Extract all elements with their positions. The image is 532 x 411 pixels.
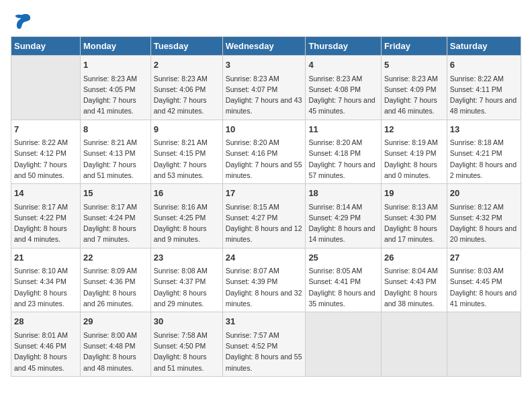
day-details: Sunrise: 8:16 AM Sunset: 4:25 PM Dayligh… [154,201,220,245]
day-number: 24 [226,251,303,265]
day-details: Sunrise: 8:05 AM Sunset: 4:41 PM Dayligh… [308,265,378,309]
day-number: 9 [154,123,220,136]
day-number: 21 [14,251,77,265]
header-cell-tuesday: Tuesday [150,37,222,56]
day-cell: 24Sunrise: 8:07 AM Sunset: 4:39 PM Dayli… [222,248,306,312]
day-details: Sunrise: 8:15 AM Sunset: 4:27 PM Dayligh… [226,201,303,245]
day-details: Sunrise: 8:23 AM Sunset: 4:06 PM Dayligh… [154,73,220,117]
day-number: 18 [308,187,378,200]
day-number: 13 [450,123,518,136]
day-details: Sunrise: 8:03 AM Sunset: 4:45 PM Dayligh… [450,265,518,309]
header-cell-sunday: Sunday [11,37,81,56]
day-number: 17 [226,187,303,200]
day-cell: 14Sunrise: 8:17 AM Sunset: 4:22 PM Dayli… [11,184,81,248]
day-cell: 25Sunrise: 8:05 AM Sunset: 4:41 PM Dayli… [306,248,382,312]
day-details: Sunrise: 8:17 AM Sunset: 4:22 PM Dayligh… [14,201,77,245]
day-details: Sunrise: 8:22 AM Sunset: 4:12 PM Dayligh… [14,137,77,181]
day-details: Sunrise: 8:09 AM Sunset: 4:36 PM Dayligh… [83,265,148,309]
day-details: Sunrise: 7:57 AM Sunset: 4:52 PM Dayligh… [226,330,303,373]
week-row-4: 21Sunrise: 8:10 AM Sunset: 4:34 PM Dayli… [11,248,521,312]
day-number: 20 [450,187,518,200]
day-cell: 15Sunrise: 8:17 AM Sunset: 4:24 PM Dayli… [80,184,150,248]
day-details: Sunrise: 8:22 AM Sunset: 4:11 PM Dayligh… [450,73,518,117]
day-number: 8 [83,123,148,136]
day-cell: 8Sunrise: 8:21 AM Sunset: 4:13 PM Daylig… [80,120,150,184]
day-details: Sunrise: 8:07 AM Sunset: 4:39 PM Dayligh… [226,265,303,309]
day-number: 14 [14,187,77,200]
header-cell-friday: Friday [381,37,447,56]
day-number: 12 [384,123,444,136]
day-details: Sunrise: 8:13 AM Sunset: 4:30 PM Dayligh… [384,201,444,245]
day-number: 19 [384,187,444,200]
header-row: SundayMondayTuesdayWednesdayThursdayFrid… [11,37,521,56]
day-cell: 27Sunrise: 8:03 AM Sunset: 4:45 PM Dayli… [447,248,521,312]
day-cell: 31Sunrise: 7:57 AM Sunset: 4:52 PM Dayli… [222,312,306,377]
week-row-1: 1Sunrise: 8:23 AM Sunset: 4:05 PM Daylig… [11,56,521,120]
day-details: Sunrise: 8:20 AM Sunset: 4:18 PM Dayligh… [308,137,378,181]
day-details: Sunrise: 8:21 AM Sunset: 4:13 PM Dayligh… [83,137,148,181]
day-details: Sunrise: 7:58 AM Sunset: 4:50 PM Dayligh… [154,330,220,373]
day-number: 25 [308,251,378,265]
header-cell-thursday: Thursday [306,37,382,56]
day-cell: 4Sunrise: 8:23 AM Sunset: 4:08 PM Daylig… [306,56,382,120]
day-number: 29 [83,315,148,328]
day-cell: 1Sunrise: 8:23 AM Sunset: 4:05 PM Daylig… [80,56,150,120]
day-number: 1 [83,58,148,72]
day-number: 26 [384,251,444,265]
day-details: Sunrise: 8:23 AM Sunset: 4:08 PM Dayligh… [308,73,378,117]
day-details: Sunrise: 8:23 AM Sunset: 4:07 PM Dayligh… [226,73,303,117]
day-details: Sunrise: 8:04 AM Sunset: 4:43 PM Dayligh… [384,265,444,309]
day-details: Sunrise: 8:17 AM Sunset: 4:24 PM Dayligh… [83,201,148,245]
week-row-5: 28Sunrise: 8:01 AM Sunset: 4:46 PM Dayli… [11,312,521,377]
day-cell: 10Sunrise: 8:20 AM Sunset: 4:16 PM Dayli… [222,120,306,184]
day-details: Sunrise: 8:14 AM Sunset: 4:29 PM Dayligh… [308,201,378,245]
day-number: 23 [154,251,220,265]
day-cell: 22Sunrise: 8:09 AM Sunset: 4:36 PM Dayli… [80,248,150,312]
day-cell: 30Sunrise: 7:58 AM Sunset: 4:50 PM Dayli… [150,312,222,377]
day-cell: 19Sunrise: 8:13 AM Sunset: 4:30 PM Dayli… [381,184,447,248]
header-cell-monday: Monday [80,37,150,56]
day-details: Sunrise: 8:23 AM Sunset: 4:09 PM Dayligh… [384,73,444,117]
day-number: 10 [226,123,303,136]
header-cell-saturday: Saturday [447,37,521,56]
day-cell: 13Sunrise: 8:18 AM Sunset: 4:21 PM Dayli… [447,120,521,184]
day-details: Sunrise: 8:01 AM Sunset: 4:46 PM Dayligh… [14,330,77,373]
day-number: 3 [226,58,303,72]
day-number: 22 [83,251,148,265]
day-number: 31 [226,315,303,328]
day-details: Sunrise: 8:10 AM Sunset: 4:34 PM Dayligh… [14,265,77,309]
logo-bird-icon [12,11,32,31]
day-number: 4 [308,58,378,72]
day-cell: 11Sunrise: 8:20 AM Sunset: 4:18 PM Dayli… [306,120,382,184]
day-details: Sunrise: 8:21 AM Sunset: 4:15 PM Dayligh… [154,137,220,181]
day-number: 16 [154,187,220,200]
day-cell [447,312,521,377]
day-cell [11,56,81,120]
day-number: 28 [14,315,77,328]
day-cell [306,312,382,377]
day-number: 2 [154,58,220,72]
day-cell: 17Sunrise: 8:15 AM Sunset: 4:27 PM Dayli… [222,184,306,248]
day-details: Sunrise: 8:18 AM Sunset: 4:21 PM Dayligh… [450,137,518,181]
day-cell: 23Sunrise: 8:08 AM Sunset: 4:37 PM Dayli… [150,248,222,312]
day-cell: 29Sunrise: 8:00 AM Sunset: 4:48 PM Dayli… [80,312,150,377]
day-cell: 9Sunrise: 8:21 AM Sunset: 4:15 PM Daylig… [150,120,222,184]
day-cell: 2Sunrise: 8:23 AM Sunset: 4:06 PM Daylig… [150,56,222,120]
day-cell: 16Sunrise: 8:16 AM Sunset: 4:25 PM Dayli… [150,184,222,248]
day-cell: 21Sunrise: 8:10 AM Sunset: 4:34 PM Dayli… [11,248,81,312]
header-cell-wednesday: Wednesday [222,37,306,56]
day-number: 7 [14,123,77,136]
week-row-2: 7Sunrise: 8:22 AM Sunset: 4:12 PM Daylig… [11,120,521,184]
day-cell [381,312,447,377]
day-number: 6 [450,58,518,72]
day-cell: 7Sunrise: 8:22 AM Sunset: 4:12 PM Daylig… [11,120,81,184]
day-details: Sunrise: 8:08 AM Sunset: 4:37 PM Dayligh… [154,265,220,309]
day-details: Sunrise: 8:19 AM Sunset: 4:19 PM Dayligh… [384,137,444,181]
page-header [11,11,521,31]
day-cell: 26Sunrise: 8:04 AM Sunset: 4:43 PM Dayli… [381,248,447,312]
day-details: Sunrise: 8:23 AM Sunset: 4:05 PM Dayligh… [83,73,148,117]
day-cell: 12Sunrise: 8:19 AM Sunset: 4:19 PM Dayli… [381,120,447,184]
day-cell: 28Sunrise: 8:01 AM Sunset: 4:46 PM Dayli… [11,312,81,377]
day-cell: 20Sunrise: 8:12 AM Sunset: 4:32 PM Dayli… [447,184,521,248]
day-cell: 5Sunrise: 8:23 AM Sunset: 4:09 PM Daylig… [381,56,447,120]
